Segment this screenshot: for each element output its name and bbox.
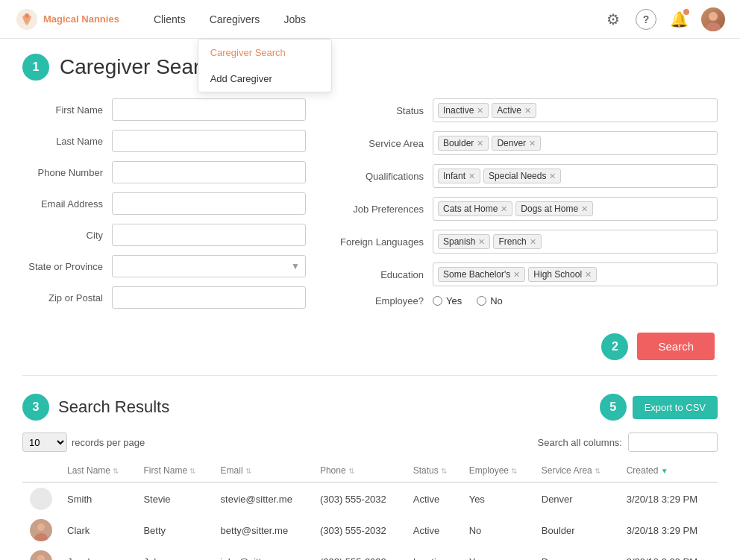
nav-item-caregivers[interactable]: Caregivers Caregiver Search Add Caregive… xyxy=(198,0,272,39)
status-tag-active: Active ✕ xyxy=(492,103,536,118)
phone-input[interactable] xyxy=(112,161,306,183)
tag-remove-icon[interactable]: ✕ xyxy=(529,139,536,148)
dropdown-item-search[interactable]: Caregiver Search xyxy=(198,40,331,66)
form-row-firstname: First Name xyxy=(22,98,306,121)
col-status[interactable]: Status ⇅ xyxy=(406,459,462,482)
row-last-name: Jacobs xyxy=(60,546,136,560)
employee-yes-input[interactable] xyxy=(433,296,442,306)
records-per-page: 10 25 50 records per page xyxy=(22,432,145,452)
job-tag-dogs: Dogs at Home ✕ xyxy=(515,201,593,216)
row-employee: Yes xyxy=(462,546,534,560)
step-badge-1: 1 xyxy=(22,54,49,81)
languages-tag-field[interactable]: Spanish ✕ French ✕ xyxy=(433,230,718,254)
tag-remove-icon[interactable]: ✕ xyxy=(513,270,520,280)
col-firstname[interactable]: First Name ⇅ xyxy=(136,459,213,482)
city-input[interactable] xyxy=(112,224,306,246)
email-input[interactable] xyxy=(112,192,306,215)
qual-tag-infant: Infant ✕ xyxy=(438,169,480,183)
search-form: First Name Last Name Phone Number Email … xyxy=(22,98,718,318)
status-tag-field[interactable]: Inactive ✕ Active ✕ xyxy=(433,98,718,122)
state-select[interactable] xyxy=(112,255,306,277)
search-all-input[interactable] xyxy=(628,432,718,452)
row-phone: (303) 555-2032 xyxy=(313,482,406,515)
nav-item-clients[interactable]: Clients xyxy=(142,0,198,39)
avatar[interactable] xyxy=(701,7,725,31)
results-section: 3 Search Results 5 Export to CSV 10 25 5… xyxy=(22,394,718,560)
row-last-name: Smith xyxy=(60,482,136,515)
nav-item-jobs[interactable]: Jobs xyxy=(272,0,318,39)
settings-icon[interactable]: ⚙ xyxy=(603,9,624,30)
state-select-wrap: ▼ xyxy=(112,255,306,277)
foreign-languages-label: Foreign Languages xyxy=(336,236,433,248)
navbar: Magical Nannies Clients Caregivers Careg… xyxy=(0,0,740,39)
tag-remove-icon[interactable]: ✕ xyxy=(530,237,536,247)
employee-no-radio[interactable]: No xyxy=(477,295,503,306)
education-tag-field[interactable]: Some Bachelor's ✕ High School ✕ xyxy=(433,262,718,286)
search-button[interactable]: Search xyxy=(637,333,715,360)
search-all-columns: Search all columns: xyxy=(538,432,718,452)
job-prefs-tag-field[interactable]: Cats at Home ✕ Dogs at Home ✕ xyxy=(433,197,718,221)
records-label: records per page xyxy=(72,437,145,448)
logo[interactable]: Magical Nannies xyxy=(15,7,119,31)
sort-icon: ⇅ xyxy=(441,467,447,475)
table-row[interactable]: Jacobs John john@sitter.me (303) 555-203… xyxy=(22,546,718,560)
tag-remove-icon[interactable]: ✕ xyxy=(501,204,507,214)
row-email: betty@sitter.me xyxy=(213,515,313,546)
results-header: 3 Search Results 5 Export to CSV xyxy=(22,394,718,421)
service-area-tag-boulder: Boulder ✕ xyxy=(438,136,489,151)
row-avatar-cell xyxy=(22,482,60,515)
tag-remove-icon[interactable]: ✕ xyxy=(468,172,475,181)
tag-remove-icon[interactable]: ✕ xyxy=(478,237,485,247)
tag-remove-icon[interactable]: ✕ xyxy=(581,204,588,214)
row-service-area: Denver xyxy=(534,482,619,515)
notifications-icon[interactable]: 🔔 xyxy=(668,9,689,30)
table-row[interactable]: Clark Betty betty@sitter.me (303) 555-20… xyxy=(22,515,718,546)
qual-tag-special-needs: Special Needs ✕ xyxy=(483,169,561,183)
service-area-tag-denver: Denver ✕ xyxy=(492,136,541,151)
form-actions: 2 Search xyxy=(22,333,718,360)
export-csv-button[interactable]: Export to CSV xyxy=(633,396,718,419)
first-name-label: First Name xyxy=(22,104,112,116)
row-last-name: Clark xyxy=(60,515,136,546)
tag-remove-icon[interactable]: ✕ xyxy=(585,270,592,280)
employee-yes-radio[interactable]: Yes xyxy=(433,295,462,306)
tag-remove-icon[interactable]: ✕ xyxy=(549,172,556,181)
form-row-languages: Foreign Languages Spanish ✕ French ✕ xyxy=(336,230,718,254)
col-employee[interactable]: Employee ⇅ xyxy=(462,459,534,482)
phone-label: Phone Number xyxy=(22,167,112,178)
last-name-input[interactable] xyxy=(112,130,306,152)
form-row-job-prefs: Job Preferences Cats at Home ✕ Dogs at H… xyxy=(336,197,718,221)
col-lastname[interactable]: Last Name ⇅ xyxy=(60,459,136,482)
dropdown-item-add[interactable]: Add Caregiver xyxy=(198,66,331,92)
col-service-area[interactable]: Service Area ⇅ xyxy=(534,459,619,482)
sort-icon: ⇅ xyxy=(348,467,354,475)
sort-icon: ⇅ xyxy=(595,467,601,475)
col-created[interactable]: Created ▼ xyxy=(619,459,718,482)
tag-remove-icon[interactable]: ✕ xyxy=(524,106,531,116)
table-row[interactable]: Smith Stevie stevie@sitter.me (303) 555-… xyxy=(22,482,718,515)
form-row-qualifications: Qualifications Infant ✕ Special Needs ✕ xyxy=(336,164,718,188)
zip-input[interactable] xyxy=(112,286,306,309)
tag-remove-icon[interactable]: ✕ xyxy=(477,106,483,116)
col-phone[interactable]: Phone ⇅ xyxy=(313,459,406,482)
form-row-employee: Employee? Yes No xyxy=(336,295,718,306)
row-created: 3/20/18 3:29 PM xyxy=(619,515,718,546)
city-label: City xyxy=(22,230,112,241)
row-avatar xyxy=(30,488,52,510)
qualifications-tag-field[interactable]: Infant ✕ Special Needs ✕ xyxy=(433,164,718,188)
row-avatar-cell xyxy=(22,515,60,546)
service-area-tag-field[interactable]: Boulder ✕ Denver ✕ xyxy=(433,131,718,155)
form-row-state: State or Province ▼ xyxy=(22,255,306,277)
row-first-name: John xyxy=(136,546,213,560)
search-all-label: Search all columns: xyxy=(538,437,622,448)
state-label: State or Province xyxy=(22,261,112,272)
svg-point-1 xyxy=(25,13,29,18)
row-phone: (303) 555-2032 xyxy=(313,515,406,546)
first-name-input[interactable] xyxy=(112,98,306,121)
col-email[interactable]: Email ⇅ xyxy=(213,459,313,482)
row-email: john@sitter.me xyxy=(213,546,313,560)
employee-no-input[interactable] xyxy=(477,296,486,306)
records-per-page-select[interactable]: 10 25 50 xyxy=(22,432,67,452)
tag-remove-icon[interactable]: ✕ xyxy=(477,139,483,148)
help-icon[interactable]: ? xyxy=(636,9,656,30)
